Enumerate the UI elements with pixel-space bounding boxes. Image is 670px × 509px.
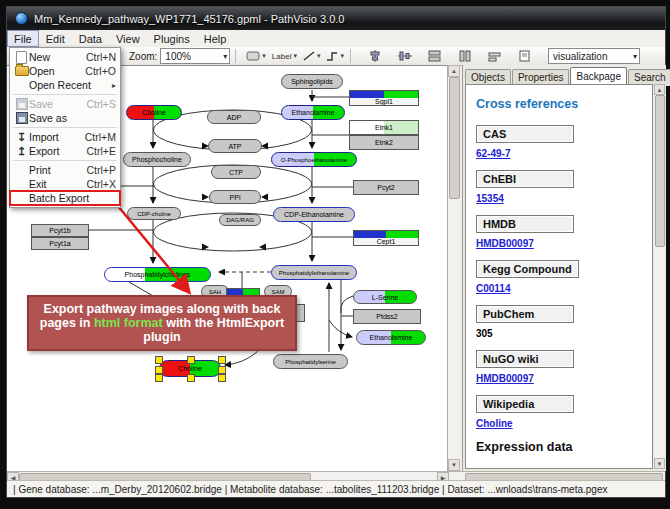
crossref-link[interactable]: HMDB00097	[476, 373, 652, 384]
submenu-arrow-icon: ▸	[112, 81, 116, 90]
file-menu-item-print[interactable]: PrintCtrl+P	[10, 163, 120, 177]
status-bar: | Gene database: ...m_Derby_20120602.bri…	[7, 480, 665, 497]
menu-item-shortcut: Ctrl+P	[87, 164, 116, 176]
menu-data[interactable]: Data	[72, 30, 109, 47]
tab-backpage[interactable]: Backpage	[570, 67, 626, 84]
crossref-section-chebi: ChEBI15354	[476, 170, 652, 204]
crossref-database-box: CAS	[476, 125, 574, 143]
menu-bar: FileEditDataViewPluginsHelp	[7, 30, 665, 48]
file-menu-item-open-recent[interactable]: Open Recent▸	[10, 78, 120, 92]
zoom-value: 100%	[165, 51, 191, 62]
file-menu-item-export[interactable]: ↥ExportCtrl+E	[10, 144, 120, 158]
title-bar[interactable]: Mm_Kennedy_pathway_WP1771_45176.gpml - P…	[7, 7, 665, 30]
panel-vertical-scrollbar[interactable]: ▲ ▼	[654, 84, 665, 469]
crossref-section-hmdb: HMDBHMDB00097	[476, 215, 652, 249]
menu-item-shortcut: Ctrl+E	[87, 145, 116, 157]
crossref-section-cas: CAS62-49-7	[476, 125, 652, 159]
crossref-link[interactable]: C00114	[476, 283, 652, 294]
export-icon: ↥	[14, 145, 29, 158]
crossref-link[interactable]: Choline	[476, 418, 652, 429]
file-menu-item-new[interactable]: NewCtrl+N	[10, 50, 120, 64]
menu-view[interactable]: View	[109, 30, 147, 47]
side-panel: ObjectsPropertiesBackpageSearchLegend Cr…	[462, 65, 666, 471]
common-size-icon[interactable]	[486, 47, 504, 65]
menu-edit[interactable]: Edit	[39, 30, 72, 47]
crossref-link[interactable]: 15354	[476, 193, 652, 204]
menu-separator	[13, 127, 117, 128]
label-tool-icon[interactable]: Label▾	[271, 47, 298, 65]
scrollbar-thumb[interactable]	[655, 95, 665, 247]
preview-icon[interactable]	[516, 47, 534, 65]
crossref-database-box: NuGO wiki	[476, 350, 574, 368]
new-document-icon	[14, 51, 29, 64]
file-menu-item-import[interactable]: ↧ImportCtrl+M	[10, 130, 120, 144]
zoom-combobox[interactable]: 100% ▾	[160, 48, 230, 64]
screenshot-frame: Mm_Kennedy_pathway_WP1771_45176.gpml - P…	[0, 0, 670, 509]
annotation-callout: Export pathway images along with back pa…	[27, 295, 297, 351]
toolbar-separator	[235, 49, 236, 63]
menu-item-label: Print	[29, 164, 83, 176]
crossref-value: 305	[476, 328, 652, 339]
crossref-section-nugo-wiki: NuGO wikiHMDB00097	[476, 350, 652, 384]
menu-item-label: Import	[29, 131, 81, 143]
stack-vertical-icon[interactable]	[426, 47, 444, 65]
cross-references-heading: Cross references	[476, 97, 652, 111]
menu-help[interactable]: Help	[197, 30, 234, 47]
menu-item-label: Open Recent	[29, 79, 112, 91]
menu-item-label: Save	[29, 98, 83, 110]
window-title: Mm_Kennedy_pathway_WP1771_45176.gpml - P…	[34, 13, 344, 25]
backpage-content[interactable]: Cross references CAS62-49-7ChEBI15354HMD…	[465, 84, 653, 469]
open-folder-icon	[15, 66, 29, 76]
crossref-section-kegg-compound: Kegg CompoundC00114	[476, 260, 652, 294]
file-menu-item-batch-export[interactable]: Batch Export	[10, 191, 120, 205]
file-menu-item-save[interactable]: SaveCtrl+S	[10, 97, 120, 111]
visualization-combobox[interactable]: visualization ▾	[548, 48, 640, 64]
zoom-label: Zoom:	[129, 51, 157, 62]
new-document-icon	[16, 51, 27, 64]
crossref-database-box: Kegg Compound	[476, 260, 579, 278]
open-folder-icon	[14, 66, 29, 76]
crossref-database-box: Wikipedia	[476, 395, 574, 413]
menu-item-shortcut: Ctrl+N	[86, 51, 116, 63]
align-middle-icon[interactable]	[396, 47, 414, 65]
menu-item-label: Save as	[29, 112, 116, 124]
annotation-text: with the HtmlExport plugin	[143, 316, 284, 344]
expression-data-heading: Expression data	[476, 440, 652, 454]
toolbar-separator	[350, 49, 351, 63]
scroll-up-icon[interactable]: ▲	[448, 65, 460, 77]
app-icon	[15, 12, 28, 25]
menu-item-shortcut: Ctrl+O	[85, 65, 116, 77]
connector-tool-icon[interactable]: ▾	[325, 47, 345, 65]
file-menu-popup: NewCtrl+NOpenCtrl+OOpen Recent▸SaveCtrl+…	[9, 47, 121, 208]
crossref-database-box: HMDB	[476, 215, 574, 233]
file-menu-item-save-as[interactable]: Save as	[10, 111, 120, 125]
file-menu-item-open[interactable]: OpenCtrl+O	[10, 64, 120, 78]
annotation-highlight: html format	[94, 316, 163, 330]
scroll-up-icon[interactable]: ▲	[654, 84, 665, 95]
line-tool-icon[interactable]: ▾	[302, 47, 322, 65]
scroll-down-icon[interactable]: ▼	[448, 459, 460, 471]
visualization-value: visualization	[553, 51, 607, 62]
menu-item-label: Batch Export	[29, 192, 116, 204]
chevron-down-icon: ▾	[217, 52, 227, 61]
crossref-database-box: PubChem	[476, 305, 574, 323]
chevron-down-icon: ▾	[627, 52, 637, 61]
app-window: Mm_Kennedy_pathway_WP1771_45176.gpml - P…	[6, 6, 666, 498]
crossref-link[interactable]: HMDB00097	[476, 238, 652, 249]
save-as-icon	[16, 112, 28, 124]
crossref-section-pubchem: PubChem305	[476, 305, 652, 339]
datanode-tool-icon[interactable]: ▾	[245, 47, 267, 65]
canvas-vertical-scrollbar[interactable]: ▲ ▼	[447, 65, 460, 471]
file-menu-item-exit[interactable]: ExitCtrl+X	[10, 177, 120, 191]
save-icon	[16, 98, 28, 110]
status-text: | Gene database: ...m_Derby_20120602.bri…	[13, 484, 607, 495]
crossref-section-wikipedia: WikipediaCholine	[476, 395, 652, 429]
scroll-down-icon[interactable]: ▼	[654, 458, 665, 469]
cross-reference-sections: CAS62-49-7ChEBI15354HMDBHMDB00097Kegg Co…	[476, 125, 652, 429]
menu-plugins[interactable]: Plugins	[147, 30, 197, 47]
menu-file[interactable]: File	[7, 30, 39, 47]
stack-horizontal-icon[interactable]	[456, 47, 474, 65]
crossref-link[interactable]: 62-49-7	[476, 148, 652, 159]
align-center-icon[interactable]	[366, 47, 384, 65]
scrollbar-thumb[interactable]	[449, 77, 460, 199]
